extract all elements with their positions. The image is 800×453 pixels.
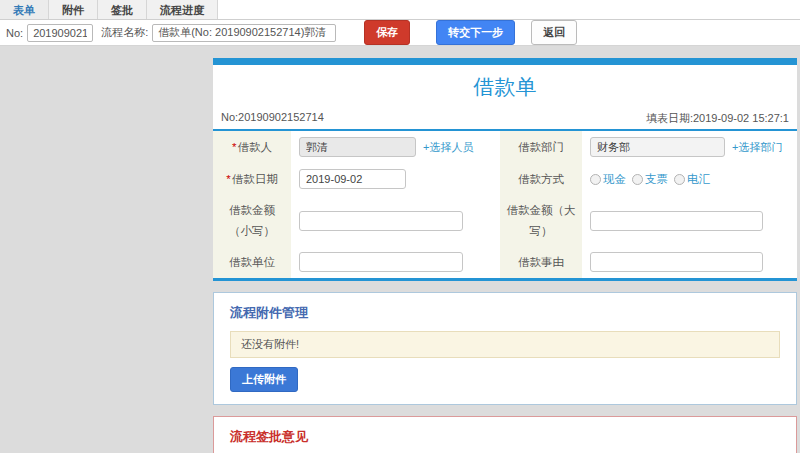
flow-name-label: 流程名称:: [101, 25, 148, 40]
content-area: 借款单 No:20190902152714 填表日期:2019-09-02 15…: [0, 46, 800, 453]
back-button[interactable]: 返回: [531, 20, 577, 45]
action-toolbar: No: 流程名称: 保存 转交下一步 返回: [0, 20, 800, 46]
upload-attachment-button[interactable]: 上传附件: [230, 367, 298, 392]
no-label: No:: [6, 27, 23, 39]
loan-date-field: [291, 163, 500, 195]
no-attachments-notice: 还没有附件!: [230, 331, 780, 358]
main-panel: 借款单 No:20190902152714 填表日期:2019-09-02 15…: [213, 58, 797, 453]
loan-method-radios: 现金 支票 电汇: [590, 172, 710, 187]
loan-method-label: 借款方式: [500, 163, 582, 195]
amount-small-input[interactable]: [299, 211, 463, 231]
loan-method-field: 现金 支票 电汇: [582, 163, 797, 195]
radio-icon[interactable]: [674, 174, 685, 185]
loan-reason-label: 借款事由: [500, 246, 582, 278]
amount-big-field: [582, 195, 797, 246]
save-button[interactable]: 保存: [364, 20, 410, 45]
select-department-link[interactable]: +选择部门: [732, 140, 782, 155]
loan-unit-label: 借款单位: [213, 246, 291, 278]
next-step-button[interactable]: 转交下一步: [436, 20, 515, 45]
form-date-text: 填表日期:2019-09-02 15:27:1: [646, 111, 789, 126]
approval-title: 流程签批意见: [230, 428, 780, 446]
form-meta-row: No:20190902152714 填表日期:2019-09-02 15:27:…: [213, 107, 797, 131]
tab-bar: 表单 附件 签批 流程进度: [0, 0, 800, 20]
required-asterisk: *: [232, 141, 236, 153]
loan-form-panel: 借款单 No:20190902152714 填表日期:2019-09-02 15…: [213, 65, 797, 281]
department-field: +选择部门: [582, 131, 797, 163]
radio-wire[interactable]: 电汇: [674, 172, 710, 187]
loan-unit-input[interactable]: [299, 252, 463, 272]
loan-reason-field: [582, 246, 797, 278]
attachments-title: 流程附件管理: [230, 304, 780, 322]
form-title: 借款单: [213, 65, 797, 107]
attachments-section: 流程附件管理 还没有附件! 上传附件: [213, 292, 797, 405]
panel-top-bar: [213, 58, 797, 65]
tab-attachment[interactable]: 附件: [49, 0, 98, 19]
radio-icon[interactable]: [632, 174, 643, 185]
amount-big-label: 借款金额（大写）: [500, 195, 582, 246]
borrower-label: *借款人: [213, 131, 291, 163]
borrower-input[interactable]: [299, 137, 416, 157]
tab-approval[interactable]: 签批: [98, 0, 147, 19]
amount-small-field: [291, 195, 500, 246]
flow-name-input[interactable]: [152, 24, 336, 42]
form-grid: *借款人 +选择人员 借款部门 +选择部门 *借款日期: [213, 131, 797, 278]
borrower-field: +选择人员: [291, 131, 500, 163]
department-label: 借款部门: [500, 131, 582, 163]
form-no-text: No:20190902152714: [221, 111, 324, 126]
department-input[interactable]: [590, 137, 725, 157]
required-asterisk: *: [226, 173, 230, 185]
amount-big-input[interactable]: [590, 211, 763, 231]
tab-form[interactable]: 表单: [0, 0, 49, 19]
radio-icon[interactable]: [590, 174, 601, 185]
loan-unit-field: [291, 246, 500, 278]
no-input[interactable]: [27, 24, 93, 42]
radio-cash[interactable]: 现金: [590, 172, 626, 187]
loan-date-input[interactable]: [299, 169, 406, 189]
tab-progress[interactable]: 流程进度: [147, 0, 218, 19]
approval-section: 流程签批意见 B I abc A ⚭ ⚮ ⚑ ≣ ≡ ⇤ ⇥: [213, 416, 797, 453]
select-person-link[interactable]: +选择人员: [423, 140, 473, 155]
radio-check[interactable]: 支票: [632, 172, 668, 187]
amount-small-label: 借款金额（小写）: [213, 195, 291, 246]
loan-reason-input[interactable]: [590, 252, 763, 272]
loan-date-label: *借款日期: [213, 163, 291, 195]
